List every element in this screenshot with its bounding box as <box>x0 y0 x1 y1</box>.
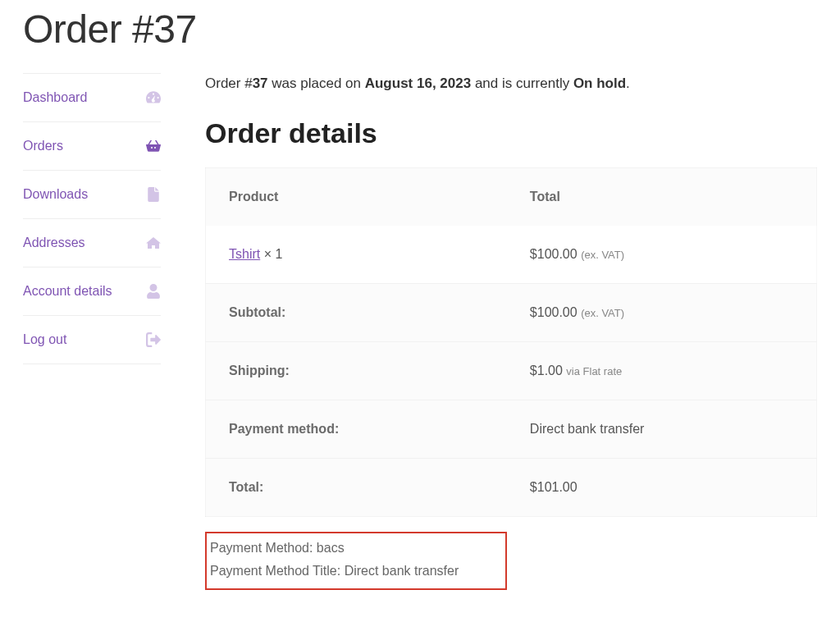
debug-line-payment-method-title: Payment Method Title: Direct bank transf… <box>210 560 497 583</box>
shipping-label: Shipping: <box>206 341 507 400</box>
debug-label: Payment Method Title: <box>210 564 345 578</box>
status-prefix: Order # <box>205 75 253 91</box>
shipping-amount: $1.00 <box>530 364 563 377</box>
product-link[interactable]: Tshirt <box>229 247 260 261</box>
debug-value: Direct bank transfer <box>345 564 459 578</box>
order-main: Order #37 was placed on August 16, 2023 … <box>205 73 817 590</box>
column-header-product: Product <box>206 167 507 226</box>
file-icon <box>146 187 161 202</box>
column-header-total: Total <box>507 167 817 226</box>
user-icon <box>146 284 161 299</box>
debug-highlight-box: Payment Method: bacs Payment Method Titl… <box>205 532 507 591</box>
product-qty: 1 <box>275 247 282 261</box>
signout-icon <box>146 332 161 347</box>
basket-icon <box>146 139 161 153</box>
tax-note: (ex. VAT) <box>581 249 624 261</box>
sidebar-item-addresses[interactable]: Addresses <box>23 219 161 268</box>
tax-note: (ex. VAT) <box>581 307 624 319</box>
sidebar-item-label: Addresses <box>23 236 85 250</box>
line-amount: $100.00 <box>530 247 578 261</box>
sidebar-item-orders[interactable]: Orders <box>23 122 161 171</box>
order-status-line: Order #37 was placed on August 16, 2023 … <box>205 73 817 94</box>
order-details-table: Product Total Tshirt × 1 $100.00 (ex. VA… <box>205 167 817 517</box>
dashboard-icon <box>146 90 161 105</box>
payment-method-value: Direct bank transfer <box>530 422 645 436</box>
debug-line-payment-method: Payment Method: bacs <box>210 537 497 560</box>
total-amount: $101.00 <box>530 480 578 494</box>
status-mid1: was placed on <box>268 75 365 91</box>
sidebar-item-account-details[interactable]: Account details <box>23 268 161 316</box>
sidebar-item-label: Log out <box>23 332 66 347</box>
shipping-method-note: via Flat rate <box>566 365 622 377</box>
debug-label: Payment Method: <box>210 541 317 555</box>
sidebar-item-logout[interactable]: Log out <box>23 316 161 364</box>
status-suffix: . <box>626 75 630 91</box>
status-date: August 16, 2023 <box>365 75 471 91</box>
sidebar-item-downloads[interactable]: Downloads <box>23 171 161 219</box>
table-row: Tshirt × 1 $100.00 (ex. VAT) <box>206 226 817 284</box>
sidebar-item-label: Account details <box>23 284 112 299</box>
status-state: On hold <box>573 75 626 91</box>
sidebar-item-label: Dashboard <box>23 90 87 105</box>
status-mid2: and is currently <box>471 75 573 91</box>
order-details-heading: Order details <box>205 117 817 149</box>
subtotal-amount: $100.00 <box>530 305 578 319</box>
page-title: Order #37 <box>23 7 817 52</box>
debug-value: bacs <box>317 541 345 555</box>
subtotal-label: Subtotal: <box>206 283 507 341</box>
sidebar-item-label: Downloads <box>23 187 88 202</box>
account-sidebar: Dashboard Orders Downloads <box>23 73 161 590</box>
product-qty-sep: × <box>260 247 275 261</box>
status-order-number: 37 <box>253 75 268 91</box>
sidebar-item-label: Orders <box>23 139 63 153</box>
payment-method-label: Payment method: <box>206 400 507 458</box>
total-label: Total: <box>206 458 507 516</box>
home-icon <box>146 236 161 250</box>
sidebar-item-dashboard[interactable]: Dashboard <box>23 74 161 122</box>
